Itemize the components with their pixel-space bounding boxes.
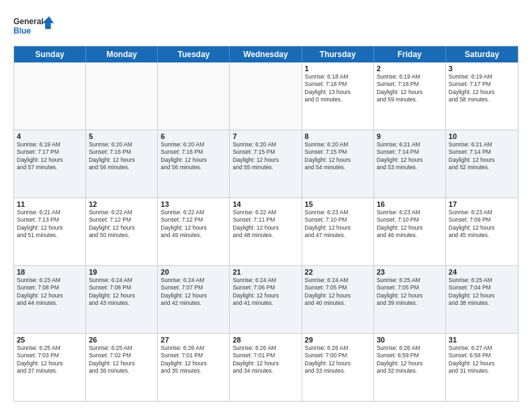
week-row-0: 1Sunrise: 6:18 AMSunset: 7:18 PMDaylight… <box>14 62 518 130</box>
day-info: Sunrise: 6:18 AMSunset: 7:18 PMDaylight:… <box>305 73 371 104</box>
header-cell-friday: Friday <box>374 46 446 62</box>
day-info: Sunrise: 6:25 AMSunset: 7:05 PMDaylight:… <box>377 277 443 308</box>
day-number: 22 <box>305 268 371 276</box>
day-number: 17 <box>449 200 515 208</box>
day-number: 9 <box>377 132 443 140</box>
week-row-4: 25Sunrise: 6:25 AMSunset: 7:03 PMDayligh… <box>14 334 518 401</box>
calendar: SundayMondayTuesdayWednesdayThursdayFrid… <box>13 46 519 402</box>
day-cell-27: 27Sunrise: 6:26 AMSunset: 7:01 PMDayligh… <box>158 334 230 401</box>
day-cell-20: 20Sunrise: 6:24 AMSunset: 7:07 PMDayligh… <box>158 266 230 333</box>
day-cell-24: 24Sunrise: 6:25 AMSunset: 7:04 PMDayligh… <box>446 266 518 333</box>
empty-cell <box>86 62 158 130</box>
day-info: Sunrise: 6:23 AMSunset: 7:09 PMDaylight:… <box>449 209 515 240</box>
day-number: 26 <box>89 336 154 344</box>
day-number: 27 <box>161 336 226 344</box>
day-info: Sunrise: 6:19 AMSunset: 7:17 PMDaylight:… <box>449 73 515 104</box>
day-number: 31 <box>449 336 515 344</box>
day-cell-17: 17Sunrise: 6:23 AMSunset: 7:09 PMDayligh… <box>446 198 518 265</box>
day-info: Sunrise: 6:24 AMSunset: 7:08 PMDaylight:… <box>89 277 154 308</box>
day-cell-26: 26Sunrise: 6:25 AMSunset: 7:02 PMDayligh… <box>86 334 158 401</box>
day-cell-8: 8Sunrise: 6:20 AMSunset: 7:15 PMDaylight… <box>302 130 374 197</box>
day-info: Sunrise: 6:19 AMSunset: 7:18 PMDaylight:… <box>377 73 443 104</box>
day-cell-31: 31Sunrise: 6:27 AMSunset: 6:58 PMDayligh… <box>446 334 518 401</box>
day-cell-10: 10Sunrise: 6:21 AMSunset: 7:14 PMDayligh… <box>446 130 518 197</box>
empty-cell <box>230 62 302 130</box>
day-info: Sunrise: 6:25 AMSunset: 7:02 PMDaylight:… <box>89 345 154 375</box>
day-cell-3: 3Sunrise: 6:19 AMSunset: 7:17 PMDaylight… <box>446 62 518 130</box>
day-number: 20 <box>161 268 226 276</box>
day-cell-22: 22Sunrise: 6:24 AMSunset: 7:05 PMDayligh… <box>302 266 374 333</box>
day-cell-7: 7Sunrise: 6:20 AMSunset: 7:15 PMDaylight… <box>230 130 302 197</box>
svg-text:General: General <box>13 17 44 26</box>
day-cell-18: 18Sunrise: 6:23 AMSunset: 7:08 PMDayligh… <box>14 266 86 333</box>
day-cell-15: 15Sunrise: 6:23 AMSunset: 7:10 PMDayligh… <box>302 198 374 265</box>
day-number: 6 <box>161 132 226 140</box>
day-info: Sunrise: 6:24 AMSunset: 7:05 PMDaylight:… <box>305 277 371 308</box>
day-info: Sunrise: 6:20 AMSunset: 7:16 PMDaylight:… <box>161 141 226 172</box>
week-row-1: 4Sunrise: 6:19 AMSunset: 7:17 PMDaylight… <box>14 130 518 198</box>
page: General Blue SundayMondayTuesdayWednesda… <box>0 0 532 411</box>
day-number: 7 <box>232 132 298 140</box>
header-cell-sunday: Sunday <box>14 46 86 62</box>
day-number: 21 <box>232 268 298 276</box>
day-info: Sunrise: 6:21 AMSunset: 7:13 PMDaylight:… <box>17 209 83 240</box>
day-cell-1: 1Sunrise: 6:18 AMSunset: 7:18 PMDaylight… <box>302 62 374 130</box>
day-number: 25 <box>17 336 83 344</box>
day-info: Sunrise: 6:22 AMSunset: 7:11 PMDaylight:… <box>232 209 298 240</box>
week-row-2: 11Sunrise: 6:21 AMSunset: 7:13 PMDayligh… <box>14 198 518 266</box>
day-cell-25: 25Sunrise: 6:25 AMSunset: 7:03 PMDayligh… <box>14 334 86 401</box>
day-number: 23 <box>377 268 443 276</box>
day-number: 15 <box>305 200 371 208</box>
empty-cell <box>14 62 86 130</box>
header-cell-tuesday: Tuesday <box>158 46 230 62</box>
day-number: 3 <box>449 64 515 73</box>
day-cell-4: 4Sunrise: 6:19 AMSunset: 7:17 PMDaylight… <box>14 130 86 197</box>
header: General Blue <box>13 12 519 39</box>
day-cell-2: 2Sunrise: 6:19 AMSunset: 7:18 PMDaylight… <box>374 62 446 130</box>
day-cell-29: 29Sunrise: 6:26 AMSunset: 7:00 PMDayligh… <box>302 334 374 401</box>
day-cell-5: 5Sunrise: 6:20 AMSunset: 7:16 PMDaylight… <box>86 130 158 197</box>
day-info: Sunrise: 6:26 AMSunset: 7:01 PMDaylight:… <box>232 345 298 375</box>
day-info: Sunrise: 6:26 AMSunset: 7:01 PMDaylight:… <box>161 345 226 375</box>
day-cell-13: 13Sunrise: 6:22 AMSunset: 7:12 PMDayligh… <box>158 198 230 265</box>
day-number: 13 <box>161 200 226 208</box>
day-info: Sunrise: 6:21 AMSunset: 7:14 PMDaylight:… <box>449 141 515 172</box>
day-info: Sunrise: 6:20 AMSunset: 7:16 PMDaylight:… <box>89 141 154 172</box>
header-cell-monday: Monday <box>86 46 158 62</box>
day-number: 2 <box>377 64 443 73</box>
header-cell-thursday: Thursday <box>302 46 374 62</box>
day-number: 4 <box>17 132 83 140</box>
day-number: 28 <box>232 336 298 344</box>
day-cell-30: 30Sunrise: 6:26 AMSunset: 6:59 PMDayligh… <box>374 334 446 401</box>
day-info: Sunrise: 6:22 AMSunset: 7:12 PMDaylight:… <box>89 209 154 240</box>
day-cell-28: 28Sunrise: 6:26 AMSunset: 7:01 PMDayligh… <box>230 334 302 401</box>
day-cell-11: 11Sunrise: 6:21 AMSunset: 7:13 PMDayligh… <box>14 198 86 265</box>
day-number: 10 <box>449 132 515 140</box>
day-cell-14: 14Sunrise: 6:22 AMSunset: 7:11 PMDayligh… <box>230 198 302 265</box>
day-number: 16 <box>377 200 443 208</box>
day-info: Sunrise: 6:25 AMSunset: 7:04 PMDaylight:… <box>449 277 515 308</box>
day-number: 30 <box>377 336 443 344</box>
logo: General Blue <box>13 12 54 39</box>
logo-svg: General Blue <box>13 12 54 39</box>
day-number: 14 <box>232 200 298 208</box>
header-cell-saturday: Saturday <box>446 46 518 62</box>
day-cell-6: 6Sunrise: 6:20 AMSunset: 7:16 PMDaylight… <box>158 130 230 197</box>
day-info: Sunrise: 6:22 AMSunset: 7:12 PMDaylight:… <box>161 209 226 240</box>
day-info: Sunrise: 6:27 AMSunset: 6:58 PMDaylight:… <box>449 345 515 375</box>
day-cell-16: 16Sunrise: 6:23 AMSunset: 7:10 PMDayligh… <box>374 198 446 265</box>
day-info: Sunrise: 6:19 AMSunset: 7:17 PMDaylight:… <box>17 141 83 172</box>
day-number: 29 <box>305 336 371 344</box>
calendar-body: 1Sunrise: 6:18 AMSunset: 7:18 PMDaylight… <box>14 62 518 401</box>
day-info: Sunrise: 6:24 AMSunset: 7:07 PMDaylight:… <box>161 277 226 308</box>
day-info: Sunrise: 6:25 AMSunset: 7:03 PMDaylight:… <box>17 345 83 375</box>
day-info: Sunrise: 6:26 AMSunset: 7:00 PMDaylight:… <box>305 345 371 375</box>
week-row-3: 18Sunrise: 6:23 AMSunset: 7:08 PMDayligh… <box>14 266 518 334</box>
svg-text:Blue: Blue <box>13 26 31 36</box>
day-number: 18 <box>17 268 83 276</box>
header-cell-wednesday: Wednesday <box>230 46 302 62</box>
day-number: 8 <box>305 132 371 140</box>
day-info: Sunrise: 6:21 AMSunset: 7:14 PMDaylight:… <box>377 141 443 172</box>
day-cell-23: 23Sunrise: 6:25 AMSunset: 7:05 PMDayligh… <box>374 266 446 333</box>
day-info: Sunrise: 6:23 AMSunset: 7:10 PMDaylight:… <box>377 209 443 240</box>
